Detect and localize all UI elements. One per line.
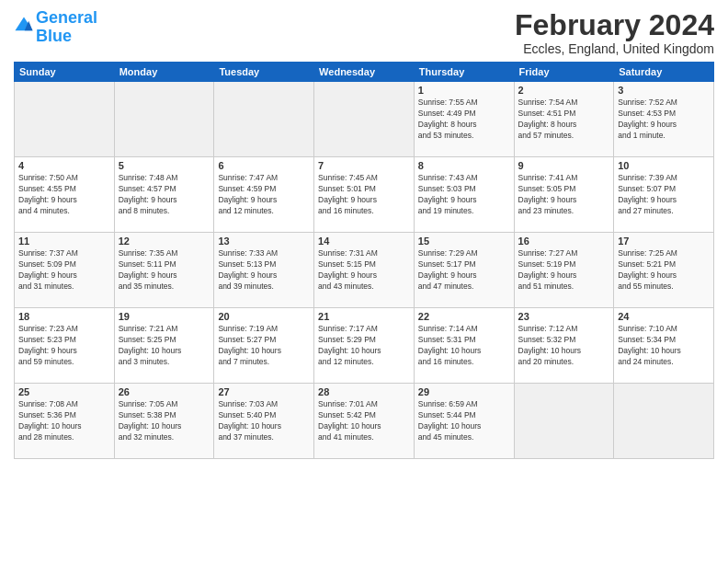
day-info: Sunrise: 7:21 AM Sunset: 5:25 PM Dayligh… xyxy=(119,324,210,368)
calendar-cell: 21Sunrise: 7:17 AM Sunset: 5:29 PM Dayli… xyxy=(314,308,415,384)
page-title: February 2024 xyxy=(515,9,714,41)
logo: General Blue xyxy=(14,9,97,46)
calendar-cell: 6Sunrise: 7:47 AM Sunset: 4:59 PM Daylig… xyxy=(214,157,314,233)
day-number: 16 xyxy=(518,236,610,247)
day-info: Sunrise: 7:41 AM Sunset: 5:05 PM Dayligh… xyxy=(518,173,610,217)
calendar-cell: 28Sunrise: 7:01 AM Sunset: 5:42 PM Dayli… xyxy=(314,384,415,459)
title-block: February 2024 Eccles, England, United Ki… xyxy=(515,9,714,56)
day-info: Sunrise: 7:52 AM Sunset: 4:53 PM Dayligh… xyxy=(618,98,710,142)
logo-text: General Blue xyxy=(36,9,97,46)
calendar-cell xyxy=(314,82,415,157)
day-number: 2 xyxy=(518,85,610,96)
day-info: Sunrise: 7:17 AM Sunset: 5:29 PM Dayligh… xyxy=(318,324,410,368)
calendar-cell: 17Sunrise: 7:25 AM Sunset: 5:21 PM Dayli… xyxy=(614,233,714,308)
day-number: 6 xyxy=(218,160,310,171)
calendar-cell: 8Sunrise: 7:43 AM Sunset: 5:03 PM Daylig… xyxy=(414,157,514,233)
calendar-cell: 19Sunrise: 7:21 AM Sunset: 5:25 PM Dayli… xyxy=(114,308,214,384)
day-number: 11 xyxy=(18,236,110,247)
day-number: 25 xyxy=(18,386,110,397)
day-of-week-header: Monday xyxy=(114,63,214,82)
day-number: 9 xyxy=(518,160,610,171)
day-number: 13 xyxy=(218,236,310,247)
day-number: 20 xyxy=(218,311,310,322)
day-number: 12 xyxy=(119,236,210,247)
calendar-week-row: 4Sunrise: 7:50 AM Sunset: 4:55 PM Daylig… xyxy=(15,157,714,233)
day-info: Sunrise: 7:14 AM Sunset: 5:31 PM Dayligh… xyxy=(418,324,510,368)
day-info: Sunrise: 7:48 AM Sunset: 4:57 PM Dayligh… xyxy=(119,173,210,217)
calendar-week-row: 25Sunrise: 7:08 AM Sunset: 5:36 PM Dayli… xyxy=(15,384,714,459)
day-number: 26 xyxy=(119,386,210,397)
day-of-week-header: Tuesday xyxy=(214,63,314,82)
calendar-cell: 2Sunrise: 7:54 AM Sunset: 4:51 PM Daylig… xyxy=(514,82,614,157)
logo-icon xyxy=(14,16,34,36)
calendar-table: SundayMondayTuesdayWednesdayThursdayFrid… xyxy=(14,62,714,459)
day-number: 24 xyxy=(618,311,710,322)
day-info: Sunrise: 7:55 AM Sunset: 4:49 PM Dayligh… xyxy=(418,98,510,142)
day-number: 14 xyxy=(318,236,410,247)
day-of-week-header: Saturday xyxy=(614,63,714,82)
day-info: Sunrise: 7:08 AM Sunset: 5:36 PM Dayligh… xyxy=(18,399,110,443)
day-info: Sunrise: 7:31 AM Sunset: 5:15 PM Dayligh… xyxy=(318,248,410,293)
calendar-cell: 7Sunrise: 7:45 AM Sunset: 5:01 PM Daylig… xyxy=(314,157,415,233)
day-info: Sunrise: 7:35 AM Sunset: 5:11 PM Dayligh… xyxy=(119,248,210,293)
day-info: Sunrise: 7:19 AM Sunset: 5:27 PM Dayligh… xyxy=(218,324,310,368)
day-of-week-header: Thursday xyxy=(414,63,514,82)
day-number: 1 xyxy=(418,85,510,96)
day-number: 3 xyxy=(618,85,710,96)
calendar-cell: 13Sunrise: 7:33 AM Sunset: 5:13 PM Dayli… xyxy=(214,233,314,308)
day-info: Sunrise: 7:01 AM Sunset: 5:42 PM Dayligh… xyxy=(318,399,410,443)
day-info: Sunrise: 7:43 AM Sunset: 5:03 PM Dayligh… xyxy=(418,173,510,217)
day-info: Sunrise: 7:25 AM Sunset: 5:21 PM Dayligh… xyxy=(618,248,710,293)
calendar-cell: 25Sunrise: 7:08 AM Sunset: 5:36 PM Dayli… xyxy=(15,384,115,459)
day-info: Sunrise: 6:59 AM Sunset: 5:44 PM Dayligh… xyxy=(418,399,510,443)
day-info: Sunrise: 7:39 AM Sunset: 5:07 PM Dayligh… xyxy=(618,173,710,217)
day-number: 15 xyxy=(418,236,510,247)
logo-general: General xyxy=(36,8,97,27)
calendar-cell xyxy=(15,82,115,157)
day-number: 10 xyxy=(618,160,710,171)
calendar-cell xyxy=(514,384,614,459)
day-number: 28 xyxy=(318,386,410,397)
calendar-cell xyxy=(114,82,214,157)
day-number: 21 xyxy=(318,311,410,322)
day-info: Sunrise: 7:50 AM Sunset: 4:55 PM Dayligh… xyxy=(18,173,110,217)
day-info: Sunrise: 7:29 AM Sunset: 5:17 PM Dayligh… xyxy=(418,248,510,293)
calendar-cell: 4Sunrise: 7:50 AM Sunset: 4:55 PM Daylig… xyxy=(15,157,115,233)
day-number: 7 xyxy=(318,160,410,171)
calendar-cell xyxy=(614,384,714,459)
calendar-week-row: 11Sunrise: 7:37 AM Sunset: 5:09 PM Dayli… xyxy=(15,233,714,308)
day-number: 17 xyxy=(618,236,710,247)
day-info: Sunrise: 7:45 AM Sunset: 5:01 PM Dayligh… xyxy=(318,173,410,217)
day-info: Sunrise: 7:33 AM Sunset: 5:13 PM Dayligh… xyxy=(218,248,310,293)
calendar-cell: 23Sunrise: 7:12 AM Sunset: 5:32 PM Dayli… xyxy=(514,308,614,384)
day-info: Sunrise: 7:23 AM Sunset: 5:23 PM Dayligh… xyxy=(18,324,110,368)
day-number: 23 xyxy=(518,311,610,322)
day-info: Sunrise: 7:03 AM Sunset: 5:40 PM Dayligh… xyxy=(218,399,310,443)
calendar-cell: 3Sunrise: 7:52 AM Sunset: 4:53 PM Daylig… xyxy=(614,82,714,157)
calendar-cell: 5Sunrise: 7:48 AM Sunset: 4:57 PM Daylig… xyxy=(114,157,214,233)
calendar-cell: 26Sunrise: 7:05 AM Sunset: 5:38 PM Dayli… xyxy=(114,384,214,459)
day-number: 27 xyxy=(218,386,310,397)
calendar-cell: 22Sunrise: 7:14 AM Sunset: 5:31 PM Dayli… xyxy=(414,308,514,384)
day-number: 29 xyxy=(418,386,510,397)
logo-blue: Blue xyxy=(36,27,72,45)
day-number: 8 xyxy=(418,160,510,171)
calendar-cell: 1Sunrise: 7:55 AM Sunset: 4:49 PM Daylig… xyxy=(414,82,514,157)
page-subtitle: Eccles, England, United Kingdom xyxy=(515,41,714,56)
calendar-cell: 14Sunrise: 7:31 AM Sunset: 5:15 PM Dayli… xyxy=(314,233,415,308)
calendar-cell: 15Sunrise: 7:29 AM Sunset: 5:17 PM Dayli… xyxy=(414,233,514,308)
day-number: 22 xyxy=(418,311,510,322)
day-info: Sunrise: 7:10 AM Sunset: 5:34 PM Dayligh… xyxy=(618,324,710,368)
day-number: 5 xyxy=(119,160,210,171)
calendar-cell: 16Sunrise: 7:27 AM Sunset: 5:19 PM Dayli… xyxy=(514,233,614,308)
day-info: Sunrise: 7:12 AM Sunset: 5:32 PM Dayligh… xyxy=(518,324,610,368)
day-of-week-header: Friday xyxy=(514,63,614,82)
day-number: 4 xyxy=(18,160,110,171)
day-of-week-header: Sunday xyxy=(15,63,115,82)
day-info: Sunrise: 7:54 AM Sunset: 4:51 PM Dayligh… xyxy=(518,98,610,142)
day-number: 18 xyxy=(18,311,110,322)
calendar-week-row: 1Sunrise: 7:55 AM Sunset: 4:49 PM Daylig… xyxy=(15,82,714,157)
day-info: Sunrise: 7:37 AM Sunset: 5:09 PM Dayligh… xyxy=(18,248,110,293)
calendar-cell: 11Sunrise: 7:37 AM Sunset: 5:09 PM Dayli… xyxy=(15,233,115,308)
calendar-cell: 20Sunrise: 7:19 AM Sunset: 5:27 PM Dayli… xyxy=(214,308,314,384)
